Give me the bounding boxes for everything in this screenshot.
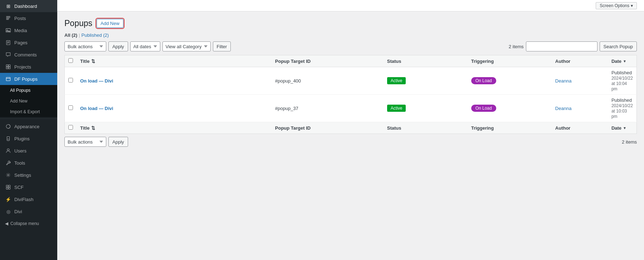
svg-rect-10 <box>6 65 8 66</box>
col-status-footer: Status <box>384 122 468 134</box>
sidebar-subitem-label: All Popups <box>10 88 30 93</box>
sidebar-item-users[interactable]: Users <box>0 145 57 157</box>
items-count-top: 2 items <box>509 44 524 49</box>
sidebar-item-label: DF Popups <box>14 76 38 82</box>
row1-author-cell: Deanna <box>552 67 608 95</box>
svg-rect-2 <box>6 18 9 19</box>
row1-date-label: Published <box>611 70 632 75</box>
date-sort-link-footer[interactable]: Date ▼ <box>611 125 633 131</box>
row2-status-cell: Active <box>384 95 468 122</box>
select-all-checkbox[interactable] <box>68 58 73 63</box>
sidebar-submenu: All Popups Add New Import & Export <box>0 85 57 117</box>
page-title: Popups <box>64 19 92 28</box>
col-checkbox-footer <box>65 122 77 134</box>
title-sort-link[interactable]: Title ⇅ <box>80 59 268 64</box>
all-dates-select[interactable]: All dates <box>130 41 160 51</box>
row1-author-link[interactable]: Deanna <box>555 78 572 84</box>
divi-icon: ◎ <box>5 208 11 215</box>
users-icon <box>5 148 11 154</box>
filter-tab-published[interactable]: Published (2) <box>82 32 109 38</box>
sidebar-item-posts[interactable]: Posts <box>0 12 57 24</box>
row2-triggering-badge: On Load <box>471 105 496 112</box>
sidebar-subitem-add-new[interactable]: Add New <box>0 96 57 106</box>
bulk-actions-select-bottom[interactable]: Bulk actions Edit Move to Trash <box>64 137 106 147</box>
appearance-icon <box>5 123 11 130</box>
title-sort-arrows: ⇅ <box>91 59 95 64</box>
sidebar-item-scf[interactable]: SCF <box>0 181 57 193</box>
select-all-footer-checkbox[interactable] <box>68 125 73 130</box>
plugins-icon <box>5 135 11 142</box>
svg-point-5 <box>7 29 8 30</box>
row2-author-link[interactable]: Deanna <box>555 106 572 111</box>
sidebar-subitem-label: Add New <box>10 99 28 104</box>
row1-checkbox[interactable] <box>68 78 73 82</box>
sidebar-item-comments[interactable]: Comments <box>0 49 57 61</box>
row2-triggering-cell: On Load <box>468 95 552 122</box>
sidebar-item-label: Media <box>14 28 27 33</box>
items-count-bottom: 2 items <box>622 139 637 145</box>
collapse-menu[interactable]: ◀ Collapse menu <box>0 218 57 230</box>
row2-target-cell: #popup_37 <box>272 95 384 122</box>
search-input[interactable] <box>526 41 597 51</box>
row2-status-badge: Active <box>387 105 406 112</box>
svg-rect-12 <box>6 67 8 69</box>
col-date-header: Date ▼ <box>608 55 637 67</box>
sidebar-item-appearance[interactable]: Appearance <box>0 120 57 132</box>
col-author-footer: Author <box>552 122 608 134</box>
row2-date-label: Published <box>611 98 632 103</box>
sidebar-item-label: Plugins <box>14 136 30 141</box>
row1-checkbox-cell <box>65 67 77 95</box>
title-sort-link-footer[interactable]: Title ⇅ <box>80 125 268 131</box>
sidebar-item-settings[interactable]: Settings <box>0 169 57 181</box>
row1-date-cell: Published 2024/10/22 at 10:04 pm <box>608 67 637 95</box>
filter-button[interactable]: Filter <box>213 41 231 51</box>
svg-rect-0 <box>6 16 10 16</box>
screen-options-button[interactable]: Screen Options ▾ <box>596 2 637 9</box>
apply-button-top[interactable]: Apply <box>108 41 128 51</box>
row1-title-link[interactable]: On load — Divi <box>80 78 113 84</box>
sidebar-item-projects[interactable]: Projects <box>0 61 57 73</box>
row1-triggering-cell: On Load <box>468 67 552 95</box>
view-all-category-select[interactable]: View all Category <box>162 41 211 51</box>
items-count-bottom-text: 2 items <box>622 139 637 145</box>
apply-button-bottom[interactable]: Apply <box>108 137 128 147</box>
sidebar-item-divi[interactable]: ◎ Divi <box>0 205 57 218</box>
title-col-label: Title <box>80 59 90 64</box>
col-target-header: Popup Target ID <box>272 55 384 67</box>
settings-icon <box>5 172 11 178</box>
col-checkbox-header <box>65 55 77 67</box>
sidebar-item-diviflash[interactable]: ⚡ DiviFlash <box>0 193 57 205</box>
table-footer-row: Title ⇅ Popup Target ID Status Triggerin… <box>65 122 637 134</box>
sidebar-item-df-popups[interactable]: DF Popups <box>0 73 57 85</box>
sidebar-divider-1 <box>0 119 57 119</box>
filter-tab-all[interactable]: All (2) <box>64 32 77 38</box>
sidebar-item-label: Comments <box>14 52 37 58</box>
row1-target-cell: #popup_400 <box>272 67 384 95</box>
row1-date-value: 2024/10/22 at 10:04 pm <box>611 76 633 91</box>
svg-rect-1 <box>6 17 10 18</box>
top-toolbar: Bulk actions Edit Move to Trash Apply Al… <box>64 41 637 51</box>
table-row: On load — Divi #popup_37 Active On Load … <box>65 95 637 122</box>
sidebar-item-media[interactable]: Media <box>0 24 57 36</box>
collapse-label: Collapse menu <box>10 221 39 226</box>
sidebar-item-label: Pages <box>14 40 28 45</box>
filter-tabs: All (2) | Published (2) <box>64 32 637 38</box>
sidebar-item-label: SCF <box>14 185 24 190</box>
sidebar-subitem-all-popups[interactable]: All Popups <box>0 85 57 96</box>
sidebar-item-label: Dashboard <box>14 4 37 9</box>
row2-author-cell: Deanna <box>552 95 608 122</box>
date-sort-link[interactable]: Date ▼ <box>611 59 633 64</box>
sidebar-item-plugins[interactable]: Plugins <box>0 132 57 145</box>
search-button[interactable]: Search Popup <box>600 41 637 51</box>
row2-checkbox[interactable] <box>68 105 73 110</box>
sidebar-item-dashboard[interactable]: ⊞ Dashboard <box>0 0 57 12</box>
svg-rect-21 <box>9 185 10 187</box>
sidebar-item-pages[interactable]: Pages <box>0 36 57 49</box>
sidebar-subitem-import-export[interactable]: Import & Export <box>0 106 57 117</box>
add-new-button[interactable]: Add New <box>97 19 123 28</box>
sidebar-item-label: Divi <box>14 209 22 214</box>
bulk-actions-select-top[interactable]: Bulk actions Edit Move to Trash <box>64 41 106 51</box>
sidebar-item-tools[interactable]: Tools <box>0 157 57 169</box>
svg-rect-3 <box>6 19 9 20</box>
row2-title-link[interactable]: On load — Divi <box>80 106 113 111</box>
